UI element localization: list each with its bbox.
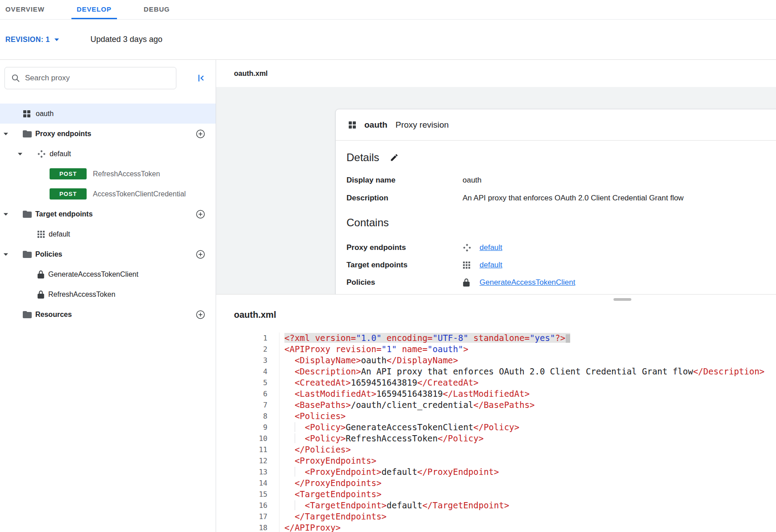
tab-debug[interactable]: DEBUG — [138, 0, 175, 19]
expand-arrow-icon[interactable] — [17, 151, 24, 157]
tree-item-refreshaccesstoken[interactable]: RefreshAccessToken — [0, 284, 216, 304]
code-line[interactable]: 8 <Policies> — [216, 411, 776, 422]
tree-item-label: AccessTokenClientCredential — [93, 190, 186, 198]
line-number: 17 — [216, 511, 280, 522]
expand-arrow-icon[interactable] — [3, 211, 10, 217]
tree-item-accesstokenclientcredential[interactable]: POSTAccessTokenClientCredential — [0, 184, 216, 204]
search-input[interactable] — [25, 74, 170, 83]
code-line[interactable]: 16 <TargetEndpoint>default</TargetEndpoi… — [216, 500, 776, 511]
tree-folder-proxy-endpoints[interactable]: Proxy endpoints — [0, 124, 216, 144]
card-header: oauth Proxy revision — [336, 109, 776, 141]
details-heading: Details — [346, 151, 776, 164]
line-number: 14 — [216, 478, 280, 489]
proxy-grid-icon — [348, 121, 356, 129]
card-body: Details Display nameoauthDescriptionAn A… — [336, 151, 776, 288]
link-generateaccesstokenclient-policies[interactable]: GenerateAccessTokenClient — [480, 278, 576, 287]
proxy-overview-card: oauth Proxy revision Details Display nam… — [335, 109, 776, 294]
code-line[interactable]: 9 <Policy>GenerateAccessTokenClient</Pol… — [216, 422, 776, 433]
proxy-tree: oauthProxy endpointsdefaultPOSTRefreshAc… — [0, 96, 216, 324]
detail-row-display-name: Display nameoauth — [346, 175, 776, 185]
policy-lock-icon — [37, 290, 45, 299]
tree-item-refreshaccesstoken[interactable]: POSTRefreshAccessToken — [0, 164, 216, 184]
tree-item-label: RefreshAccessToken — [48, 291, 115, 299]
code-lines: 1<?xml version="1.0" encoding="UTF-8" st… — [216, 332, 776, 532]
line-number: 13 — [216, 466, 280, 478]
pencil-icon — [390, 153, 399, 162]
tab-overview[interactable]: OVERVIEW — [0, 0, 50, 19]
search-proxy-box[interactable] — [4, 67, 176, 89]
tree-item-label: Resources — [35, 311, 72, 319]
link-default-proxy-endpoints[interactable]: default — [480, 243, 502, 252]
code-panel-header: oauth.xml — [216, 303, 776, 326]
chevron-down-icon — [54, 38, 59, 42]
code-editor[interactable]: 1<?xml version="1.0" encoding="UTF-8" st… — [216, 326, 776, 532]
expand-arrow-icon[interactable] — [3, 131, 10, 137]
code-line[interactable]: 12 <ProxyEndpoints> — [216, 455, 776, 466]
code-line[interactable]: 4 <Description>An API proxy that enforce… — [216, 366, 776, 377]
file-name: oauth.xml — [234, 70, 268, 78]
contains-label: Proxy endpoints — [346, 243, 463, 252]
tree-item-oauth[interactable]: oauth — [0, 104, 216, 124]
add-policies-button[interactable] — [194, 248, 207, 261]
revision-bar: REVISION: 1 Updated 3 days ago — [0, 20, 776, 60]
contains-row-proxy-endpoints: Proxy endpointsdefault — [346, 242, 776, 253]
tree-folder-policies[interactable]: Policies — [0, 244, 216, 264]
code-line[interactable]: 13 <ProxyEndpoint>default</ProxyEndpoint… — [216, 466, 776, 478]
contains-label: Policies — [346, 278, 463, 287]
line-number: 4 — [216, 366, 280, 377]
tree-item-label: RefreshAccessToken — [93, 170, 160, 178]
line-number: 12 — [216, 455, 280, 466]
tree-folder-resources[interactable]: Resources — [0, 304, 216, 324]
proxy-sidebar: oauthProxy endpointsdefaultPOSTRefreshAc… — [0, 60, 216, 532]
tree-item-label: Target endpoints — [35, 210, 93, 218]
tree-item-default[interactable]: default — [0, 144, 216, 164]
revision-selector[interactable]: REVISION: 1 — [5, 36, 59, 44]
tree-folder-target-endpoints[interactable]: Target endpoints — [0, 204, 216, 224]
code-line[interactable]: 10 <Policy>RefreshAccessToken</Policy> — [216, 433, 776, 444]
resize-grip[interactable] — [613, 298, 631, 301]
card-fields: Display nameoauthDescriptionAn API proxy… — [346, 175, 776, 203]
proxy-preview-panel: oauth Proxy revision Details Display nam… — [216, 87, 776, 294]
card-subtitle: Proxy revision — [396, 120, 449, 130]
code-line[interactable]: 5 <CreatedAt>1659451643819</CreatedAt> — [216, 377, 776, 388]
contains-label: Target endpoints — [346, 261, 463, 270]
details-heading-text: Details — [346, 151, 379, 164]
code-line[interactable]: 14 </ProxyEndpoints> — [216, 478, 776, 489]
tree-item-generateaccesstokenclient[interactable]: GenerateAccessTokenClient — [0, 264, 216, 284]
line-number: 2 — [216, 344, 280, 355]
detail-row-description: DescriptionAn API proxy that enforces OA… — [346, 193, 776, 203]
add-proxy-endpoints-button[interactable] — [194, 128, 207, 140]
contains-heading: Contains — [346, 216, 776, 229]
edit-details-button[interactable] — [389, 152, 400, 163]
collapse-panel-button[interactable] — [195, 72, 207, 84]
line-number: 16 — [216, 500, 280, 511]
tree-item-label: default — [50, 150, 71, 158]
policy-lock-icon — [463, 278, 472, 287]
contains-row-target-endpoints: Target endpointsdefault — [346, 260, 776, 270]
link-default-target-endpoints[interactable]: default — [480, 261, 502, 270]
tab-develop[interactable]: DEVELOP — [71, 0, 117, 19]
code-line[interactable]: 11 </Policies> — [216, 444, 776, 455]
tab-bar: OVERVIEWDEVELOPDEBUG — [0, 0, 776, 20]
code-line[interactable]: 17 </TargetEndpoints> — [216, 511, 776, 522]
line-number: 1 — [216, 332, 280, 344]
panel-resize-handle[interactable] — [216, 294, 776, 303]
code-line[interactable]: 15 <TargetEndpoints> — [216, 489, 776, 500]
line-number: 10 — [216, 433, 280, 444]
http-method-badge: POST — [50, 188, 87, 200]
add-resources-button[interactable] — [194, 308, 207, 321]
contains-row-policies: PoliciesGenerateAccessTokenClient — [346, 277, 776, 288]
code-line[interactable]: 3 <DisplayName>oauth</DisplayName> — [216, 355, 776, 366]
tree-item-label: default — [49, 230, 70, 238]
add-target-endpoints-button[interactable] — [194, 208, 207, 220]
code-line[interactable]: 7 <BasePaths>/oauth/client_credential</B… — [216, 399, 776, 411]
code-line[interactable]: 18</APIProxy> — [216, 522, 776, 532]
expand-arrow-icon[interactable] — [3, 251, 10, 258]
tree-item-default[interactable]: default — [0, 224, 216, 244]
proxy-endpoint-icon — [37, 150, 46, 158]
code-line[interactable]: 1<?xml version="1.0" encoding="UTF-8" st… — [216, 332, 776, 344]
code-line[interactable]: 6 <LastModifiedAt>1659451643819</LastMod… — [216, 388, 776, 399]
code-line[interactable]: 2<APIProxy revision="1" name="oauth"> — [216, 344, 776, 355]
apigee-proxy-editor: OVERVIEWDEVELOPDEBUG REVISION: 1 Updated… — [0, 0, 776, 532]
line-number: 11 — [216, 444, 280, 455]
